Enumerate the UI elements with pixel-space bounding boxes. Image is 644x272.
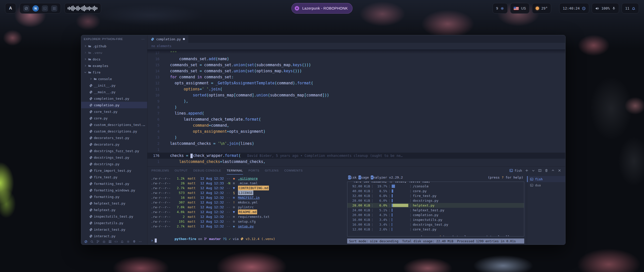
settings-gear-icon[interactable] (127, 240, 130, 243)
tree-item[interactable]: __main__.py (81, 89, 147, 95)
line-number: 8 (147, 104, 166, 110)
entry-name: core.py (413, 189, 427, 193)
python-file-icon (89, 90, 93, 94)
tree-item[interactable]: helptext.py (81, 207, 147, 213)
tree-item[interactable]: fire (81, 69, 147, 76)
tree-item[interactable]: core_test.py (81, 108, 147, 115)
tree-item-label: docstrings.py (94, 162, 119, 166)
tree-item[interactable]: core.py (81, 115, 147, 121)
tree-item[interactable]: interact.py (81, 233, 147, 239)
notifications-bell-icon[interactable] (120, 240, 124, 243)
disk-usage-analyzer-pane[interactable]: Disk Usage Analyzer v2.29.2 (press ? for… (345, 175, 527, 245)
tree-item[interactable]: __init__.py (81, 82, 147, 89)
terminal-instance[interactable]: dua (527, 182, 565, 188)
dua-row[interactable]: 40.00 KiB | 8.5% | | core.py (347, 189, 524, 193)
panel-tab[interactable]: COMMENTS (284, 166, 303, 175)
panel-tab[interactable]: GITLENS (265, 166, 279, 175)
file-type-icon: ◆ (233, 176, 238, 181)
clock-module[interactable]: 12:40:24 (559, 3, 589, 14)
close-panel-icon[interactable] (558, 169, 561, 172)
dua-row[interactable]: 20.00 KiB | 4.3% | | completion.py (347, 213, 524, 217)
code-text: opts_assignment=opts_assignment) (166, 128, 265, 134)
maximize-panel-icon[interactable] (551, 169, 555, 172)
dua-row[interactable]: 28.00 KiB | 6.0% | | helptext.py (347, 203, 524, 208)
tree-item[interactable]: console (81, 76, 147, 82)
dua-row[interactable]: 92.00 KiB | 19.7% | | /console (347, 184, 524, 189)
debug-icon[interactable] (102, 240, 106, 243)
dua-row[interactable]: 24.00 KiB | 5.1% | | helptext_test.py (347, 208, 524, 213)
notifications-count: 11 (625, 6, 629, 10)
kill-terminal-icon[interactable] (545, 169, 548, 172)
tree-item[interactable]: .venv (81, 49, 147, 56)
tree-item[interactable]: docs (81, 56, 147, 62)
workspace-icon-3[interactable] (42, 5, 48, 12)
remote-status-icon[interactable] (84, 240, 88, 243)
breadcrumb[interactable]: no elements (147, 43, 565, 49)
git-branch-icon[interactable] (96, 240, 100, 243)
terminal-instance-label: dua (535, 183, 541, 187)
tree-item[interactable]: completion.py (81, 102, 147, 108)
notifications-module[interactable]: 11 (622, 3, 639, 14)
tree-item[interactable]: inspectutils_test.py (81, 213, 147, 220)
audio-module[interactable]: 100% (592, 3, 619, 14)
workspace-icon-4[interactable] (51, 5, 57, 12)
tree-item[interactable]: docstrings.py (81, 161, 147, 167)
panel-tab[interactable]: PROBLEMS (151, 166, 169, 175)
folder-icon (94, 77, 97, 81)
code-editor[interactable]: 17 """ 16 commands_set.add(name) 15 comm… (147, 49, 565, 166)
dua-row[interactable]: 16.00 KiB | 3.4% | | docstrings_test.py (347, 222, 524, 227)
keyboard-layout-module[interactable]: US (510, 3, 529, 14)
tree-item-label: docstrings_test.py (94, 156, 129, 159)
search-icon[interactable] (90, 240, 94, 243)
panel-tab[interactable]: DEBUG CONSOLE (193, 166, 221, 175)
remote-explorer-icon[interactable] (114, 240, 118, 243)
usage-bar (392, 213, 408, 217)
tree-item[interactable]: decorators.py (81, 141, 147, 148)
extensions-icon[interactable] (108, 240, 112, 243)
dua-row[interactable]: 32.00 KiB | 6.8% | | fire_test.py (347, 193, 524, 198)
python-file-icon (89, 156, 93, 159)
tree-item[interactable]: examples (81, 62, 147, 69)
tree-item[interactable]: inspectutils.py (81, 220, 147, 226)
skull-icon[interactable] (133, 240, 136, 243)
file-name: setup.py (238, 224, 254, 229)
tree-item[interactable]: docstrings_fuzz_test.py (81, 148, 147, 154)
split-terminal-icon[interactable] (538, 169, 542, 172)
modified-dot-icon[interactable] (183, 38, 185, 40)
entry-percent: 19.7% (375, 184, 387, 189)
tree-item[interactable]: fire_import_test.py (81, 167, 147, 174)
terminal-pane[interactable]: .rw-r--r-- 1.2k matt 12 Aug 12:32 -- ◆ .… (147, 175, 345, 245)
file-type-icon: ▼ (233, 210, 238, 214)
panel-tab[interactable]: OUTPUT (175, 166, 188, 175)
explorer-menu-button[interactable]: ··· (141, 38, 145, 41)
new-terminal-icon[interactable] (525, 169, 529, 172)
tab-completion-py[interactable]: completion.py (147, 35, 189, 43)
tree-item[interactable]: fire_test.py (81, 174, 147, 180)
tree-item[interactable]: docstrings_test.py (81, 154, 147, 161)
workspace-icon-2[interactable]: N (32, 5, 39, 12)
tree-item[interactable]: .github (81, 43, 147, 49)
panel-tab[interactable]: TERMINAL (227, 166, 243, 175)
dua-row[interactable]: 28.00 KiB | 6.0% | | docstrings.py (347, 198, 524, 203)
tree-item[interactable]: helptext_test.py (81, 200, 147, 207)
workspace-icon-1[interactable] (23, 5, 29, 12)
weather-module[interactable]: 29° (532, 3, 551, 14)
dua-row[interactable]: 12.00 KiB | 2.6% | | core_test.py (347, 227, 524, 232)
tree-item[interactable]: decorators_test.py (81, 134, 147, 141)
active-terminal-label[interactable]: fish (509, 169, 522, 173)
tree-item[interactable]: formatting_test.py (81, 180, 147, 187)
tree-item[interactable]: formatting.py (81, 193, 147, 200)
terminal-dropdown-chevron-icon[interactable] (532, 169, 535, 172)
tree-item[interactable]: custom_descriptions_test.py (81, 121, 147, 128)
more-actions-icon[interactable] (139, 240, 142, 243)
tree-item[interactable]: interact_test.py (81, 226, 147, 233)
dua-row[interactable]: 16.00 KiB | 3.4% | | inspectutils.py (347, 217, 524, 222)
tree-item[interactable]: formatting_windows.py (81, 187, 147, 193)
tree-item[interactable]: completion_test.py (81, 95, 147, 102)
media-player-widget[interactable]: Lazerpunk - ROBOPHONK (291, 3, 352, 14)
launcher-button[interactable]: A (5, 3, 16, 14)
tree-item[interactable]: custom_descriptions.py (81, 128, 147, 134)
terminal-instance[interactable]: fish (527, 176, 565, 182)
panel-tab[interactable]: PORTS (249, 166, 259, 175)
updates-module[interactable]: 9 (493, 3, 508, 14)
